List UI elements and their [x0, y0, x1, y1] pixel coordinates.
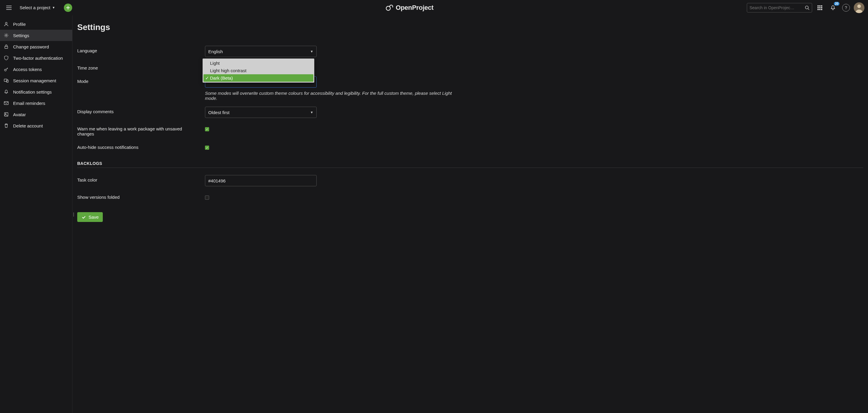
mode-label: Mode	[77, 76, 205, 84]
avatar[interactable]	[854, 2, 864, 13]
timezone-label: Time zone	[77, 63, 205, 70]
svg-rect-8	[817, 5, 819, 6]
svg-rect-24	[6, 80, 8, 82]
search-icon	[805, 5, 809, 10]
main-content: Settings Language English ▼ Time zone Mo…	[72, 16, 868, 413]
show-folded-checkbox[interactable]	[205, 196, 209, 200]
svg-rect-12	[819, 7, 820, 8]
shield-icon	[4, 55, 9, 61]
sidebar-item-two-factor[interactable]: Two-factor authentication	[0, 52, 72, 64]
project-selector-label: Select a project	[20, 5, 50, 10]
sidebar-item-email-reminders[interactable]: Email reminders	[0, 97, 72, 109]
lock-icon	[4, 44, 9, 49]
bell-icon	[830, 5, 836, 10]
svg-rect-15	[819, 9, 820, 10]
check-icon: ✓	[206, 146, 208, 149]
caret-down-icon: ▼	[52, 6, 55, 9]
autohide-checkbox[interactable]: ✓	[205, 146, 209, 150]
hamburger-icon	[6, 6, 11, 10]
check-icon: ✓	[206, 128, 208, 131]
mail-icon	[4, 100, 9, 106]
image-icon	[4, 112, 9, 117]
mode-option-light[interactable]: Light	[204, 59, 313, 67]
mode-dropdown: Light Light high contrast Dark (Beta)	[203, 59, 314, 83]
bell-icon	[4, 89, 9, 94]
avatar-icon	[854, 2, 864, 13]
logo-text: OpenProject	[396, 4, 434, 11]
display-comments-label: Display comments	[77, 107, 205, 114]
search-box[interactable]	[747, 3, 812, 12]
notifications-button[interactable]: 20	[828, 2, 838, 13]
display-comments-select[interactable]: Oldest first ▼	[205, 107, 317, 118]
svg-rect-11	[817, 7, 819, 8]
sidebar-item-label: Notification settings	[13, 89, 52, 94]
sidebar-item-session-management[interactable]: Session management	[0, 75, 72, 86]
help-button[interactable]: ?	[841, 2, 851, 13]
user-icon	[4, 21, 9, 27]
sidebar-item-label: Avatar	[13, 112, 26, 117]
backlogs-section-title: BACKLOGS	[77, 161, 863, 166]
gear-icon	[4, 33, 9, 38]
svg-point-27	[5, 114, 6, 114]
modules-button[interactable]	[814, 2, 825, 13]
mode-option-dark[interactable]: Dark (Beta)	[204, 74, 313, 82]
page-title: Settings	[77, 23, 863, 32]
sidebar-item-notification-settings[interactable]: Notification settings	[0, 86, 72, 97]
key-icon	[4, 66, 9, 72]
svg-point-6	[805, 6, 808, 9]
svg-rect-16	[821, 9, 822, 10]
language-select[interactable]: English ▼	[205, 46, 317, 57]
openproject-icon	[385, 4, 393, 11]
trash-icon	[4, 123, 9, 128]
language-label: Language	[77, 46, 205, 53]
sidebar-resize-handle[interactable]: ||	[73, 212, 73, 216]
search-input[interactable]	[749, 5, 805, 10]
task-color-input[interactable]	[205, 175, 317, 186]
sidebar-item-change-password[interactable]: Change password	[0, 41, 72, 52]
svg-rect-25	[4, 101, 8, 105]
sidebar: Profile Settings Change password Two-fac…	[0, 16, 72, 413]
sidebar-item-label: Settings	[13, 33, 29, 38]
quick-add-button[interactable]	[64, 4, 72, 12]
svg-point-19	[5, 22, 7, 24]
svg-rect-14	[817, 9, 819, 10]
show-folded-label: Show versions folded	[77, 192, 205, 200]
mode-help-text: Some modes will overwrite custom theme c…	[205, 91, 455, 101]
sidebar-item-label: Delete account	[13, 123, 43, 128]
sidebar-item-settings[interactable]: Settings	[0, 30, 72, 41]
mode-option-light-high-contrast[interactable]: Light high contrast	[204, 67, 313, 74]
warn-checkbox[interactable]: ✓	[205, 127, 209, 131]
svg-rect-10	[821, 5, 822, 6]
logo[interactable]: OpenProject	[74, 4, 744, 11]
svg-point-20	[6, 35, 7, 36]
sidebar-item-label: Two-factor authentication	[13, 56, 63, 61]
sidebar-item-label: Access tokens	[13, 67, 42, 72]
svg-line-7	[808, 9, 809, 10]
save-button-label: Save	[89, 214, 99, 219]
autohide-label: Auto-hide success notifications	[77, 142, 205, 150]
devices-icon	[4, 78, 9, 83]
display-comments-value: Oldest first	[208, 110, 229, 115]
sidebar-item-delete-account[interactable]: Delete account	[0, 120, 72, 131]
svg-point-5	[386, 6, 390, 10]
plus-icon	[66, 6, 70, 10]
section-divider	[77, 168, 863, 168]
check-icon	[82, 215, 86, 219]
menu-toggle[interactable]	[4, 2, 14, 13]
svg-rect-13	[821, 7, 822, 8]
notification-badge: 20	[834, 2, 839, 6]
sidebar-item-avatar[interactable]: Avatar	[0, 109, 72, 120]
top-header: Select a project ▼ OpenProject 20 ?	[0, 0, 868, 16]
language-value: English	[208, 49, 223, 54]
svg-rect-21	[5, 46, 8, 49]
task-color-label: Task color	[77, 175, 205, 182]
save-button[interactable]: Save	[77, 212, 103, 222]
project-selector[interactable]: Select a project ▼	[17, 3, 58, 12]
sidebar-item-label: Profile	[13, 22, 26, 27]
caret-down-icon: ▼	[310, 111, 313, 114]
caret-down-icon: ▼	[310, 50, 313, 53]
help-icon: ?	[842, 4, 850, 11]
svg-rect-9	[819, 5, 820, 6]
sidebar-item-profile[interactable]: Profile	[0, 19, 72, 30]
sidebar-item-access-tokens[interactable]: Access tokens	[0, 64, 72, 75]
